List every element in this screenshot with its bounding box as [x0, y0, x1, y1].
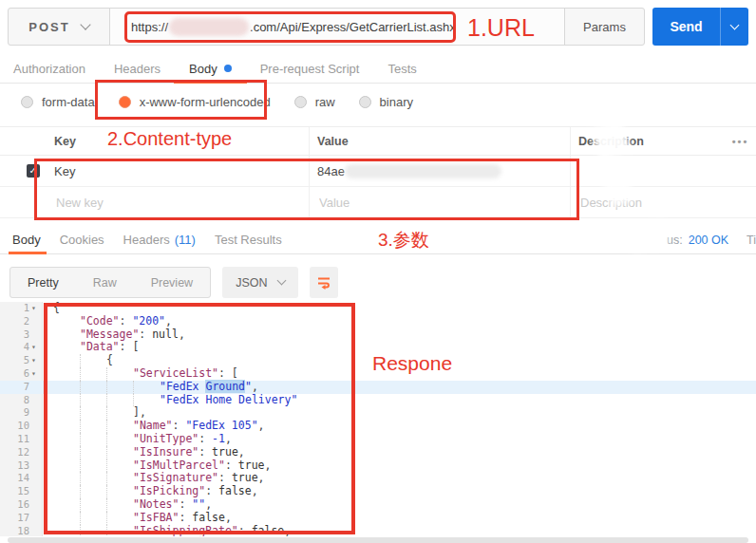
code-token: : [120, 314, 133, 328]
tab-authorization[interactable]: Authorization [13, 54, 85, 83]
line-number-text: 14 [17, 472, 29, 485]
line-number: 11 [0, 433, 42, 446]
indent-guide [80, 354, 106, 367]
code-token: "Name" [133, 419, 173, 432]
body-mode-binary[interactable]: binary [359, 95, 413, 109]
params-table-header: Key Value Description ••• [0, 126, 756, 156]
line-number: 5▾ [0, 354, 42, 367]
code-token: " [245, 380, 252, 393]
new-value-input[interactable] [317, 195, 548, 211]
code-line[interactable]: 12"IsInsure": true, [0, 446, 756, 459]
line-number-text: 12 [17, 446, 29, 459]
code-text: { [42, 302, 756, 315]
code-line[interactable]: 4▾"Data": [ [0, 341, 756, 354]
code-line[interactable]: 7"FedEx Ground", [0, 381, 756, 394]
code-line[interactable]: 14"IsSignature": true, [0, 472, 756, 485]
bulk-edit-menu-icon[interactable]: ••• [725, 136, 756, 147]
tab-body[interactable]: Body [189, 54, 232, 83]
code-text: "Data": [ [42, 341, 756, 354]
code-line[interactable]: 2"Code": "200", [0, 315, 756, 328]
code-line[interactable]: 5▾{ [0, 354, 756, 367]
fold-toggle-icon[interactable]: ▾ [29, 341, 42, 354]
body-mode-label: x-www-form-urlencoded [140, 95, 271, 109]
response-tab-label: Cookies [60, 233, 104, 247]
code-token: false [252, 524, 285, 536]
code-token: : [ [218, 366, 238, 380]
code-line[interactable]: 9], [0, 406, 756, 420]
param-value-input[interactable]: 84ae [309, 156, 570, 186]
indent-guide [80, 459, 106, 473]
response-tab-body[interactable]: Body [12, 226, 41, 253]
line-number: 15 [0, 485, 42, 498]
code-token: , [165, 314, 172, 328]
code-line[interactable]: 18"IsShippingRate": false, [0, 525, 756, 536]
body-mode-raw[interactable]: raw [294, 95, 335, 109]
fold-toggle-icon[interactable]: ▾ [29, 367, 42, 381]
request-bar: POST https://.com/Api/Express/GetCarrier… [8, 8, 645, 46]
language-select[interactable]: JSON [222, 267, 298, 298]
new-description-input[interactable] [578, 195, 714, 211]
indent-guide [80, 394, 106, 407]
response-tab-cookies[interactable]: Cookies [60, 226, 104, 253]
code-line[interactable]: 11"UnitType": -1, [0, 433, 756, 446]
code-token: "" [192, 497, 205, 511]
code-line[interactable]: 3"Message": null, [0, 328, 756, 342]
new-key-input[interactable] [54, 195, 287, 211]
send-button[interactable]: Send [652, 8, 748, 46]
body-mode-form-data[interactable]: form-data [21, 95, 95, 109]
view-button-pretty[interactable]: Pretty [10, 268, 76, 297]
column-header-description: Description [570, 127, 725, 155]
tab-tests[interactable]: Tests [387, 54, 416, 83]
code-line[interactable]: 8"FedEx Home Delivery" [0, 394, 756, 407]
indent-guide [53, 420, 80, 433]
tab-pre-request-script[interactable]: Pre-request Script [260, 54, 360, 83]
response-tab-test-results[interactable]: Test Results [215, 226, 282, 253]
view-button-raw[interactable]: Raw [76, 268, 134, 297]
indent-guide [106, 512, 133, 525]
wrap-lines-button[interactable] [310, 267, 338, 298]
request-tabs: AuthorizationHeadersBodyPre-request Scri… [0, 54, 756, 84]
code-line[interactable]: 17"IsFBA": false, [0, 512, 756, 525]
code-token: : [238, 524, 252, 536]
params-button[interactable]: Params [564, 9, 644, 45]
code-line[interactable]: 13"IsMultParcel": true, [0, 459, 756, 473]
code-token: "Code" [80, 314, 120, 328]
chevron-down-icon [277, 276, 287, 286]
row-checkbox[interactable] [27, 164, 40, 178]
code-line[interactable]: 15"IsPicking": false, [0, 485, 756, 498]
code-token: true [212, 445, 238, 459]
code-line[interactable]: 16"Notes": "", [0, 498, 756, 512]
indent-guide [53, 406, 80, 420]
code-text: "IsSignature": true, [42, 472, 756, 485]
body-mode-x-www-form-urlencoded[interactable]: x-www-form-urlencoded [119, 95, 271, 109]
fold-toggle-icon[interactable]: ▾ [29, 354, 42, 367]
view-button-preview[interactable]: Preview [134, 268, 210, 297]
param-key-input[interactable]: Key [54, 164, 309, 178]
send-options-caret[interactable] [720, 8, 748, 46]
horizontal-scrollbar[interactable] [8, 537, 748, 543]
code-token: "IsMultParcel" [133, 459, 225, 472]
code-line[interactable]: 1▾{ [0, 302, 756, 315]
wrap-lines-icon [316, 276, 331, 290]
send-label[interactable]: Send [652, 8, 720, 46]
indent-guide [80, 406, 106, 420]
code-token: "Data" [80, 340, 120, 353]
fold-toggle-icon[interactable]: ▾ [29, 302, 42, 315]
code-text: { [42, 354, 756, 367]
method-select[interactable]: POST [9, 9, 110, 45]
code-text: "IsFBA": false, [42, 512, 756, 525]
indent-guide [80, 485, 106, 498]
view-switcher: PrettyRawPreview [9, 267, 211, 298]
url-suffix: .com/Api/Express/GetCarrierList.ashx [250, 20, 456, 34]
code-line[interactable]: 6▾"ServiceList": [ [0, 367, 756, 381]
time-label: Ti [747, 226, 756, 254]
param-description-input[interactable] [570, 156, 725, 186]
indent-guide [80, 446, 106, 459]
body-mode-label: raw [315, 95, 335, 109]
response-tab-headers[interactable]: Headers(11) [123, 226, 196, 253]
url-input[interactable]: https://.com/Api/Express/GetCarrierList.… [110, 9, 564, 45]
code-line[interactable]: 10"Name": "FedEx 105", [0, 420, 756, 433]
indent-guide [53, 341, 80, 354]
tab-headers[interactable]: Headers [114, 54, 161, 83]
response-body-viewer: 1▾{2"Code": "200",3"Message": null,4▾"Da… [0, 302, 756, 536]
